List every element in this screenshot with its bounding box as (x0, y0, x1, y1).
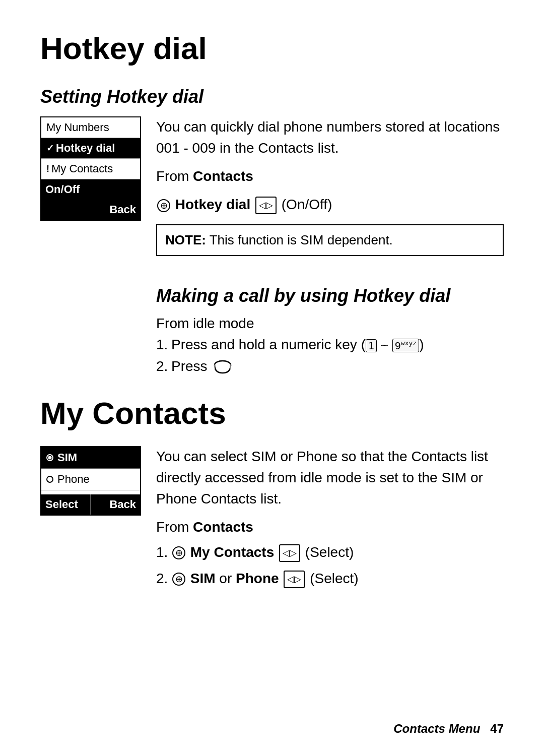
step-1: 1. Press and hold a numeric key (1 ~ 9wx… (156, 337, 504, 353)
making-call-section: Making a call by using Hotkey dial From … (40, 285, 504, 375)
my-contacts-text: You can select SIM or Phone so that the … (156, 446, 504, 594)
hotkey-softkeys: On/Off Back (41, 179, 140, 220)
send-key-icon (213, 360, 232, 375)
key-1-icon: 1 (366, 339, 377, 352)
menu-item-my-contacts: ! My Contacts (41, 159, 140, 179)
menu-icon-mc2: ⊕ (172, 573, 185, 586)
key-9-icon: 9wxyz (392, 339, 419, 352)
nav-icon-mc1: ◁▷ (279, 544, 300, 562)
nav-icon-hotkey: ◁▷ (255, 197, 277, 214)
making-call-steps: 1. Press and hold a numeric key (1 ~ 9wx… (156, 337, 504, 375)
hotkey-phone-mock: My Numbers ✓ Hotkey dial ! My Contacts O… (40, 116, 141, 221)
softkey-back-sim[interactable]: Back (91, 494, 140, 515)
note-label: NOTE: This function is SIM dependent. (165, 232, 393, 247)
making-call-heading: Making a call by using Hotkey dial (156, 285, 504, 306)
softkey-onoff[interactable]: On/Off (41, 179, 140, 200)
my-contacts-title: My Contacts (40, 395, 504, 431)
note-box: NOTE: This function is SIM dependent. (156, 224, 504, 256)
page-footer: Contacts Menu 47 (0, 722, 544, 736)
setting-hotkey-text: You can quickly dial phone numbers store… (156, 116, 504, 265)
setting-hotkey-section: Setting Hotkey dial My Numbers ✓ Hotkey … (40, 86, 504, 265)
sim-phone-mock: SIM Phone Select Back (40, 446, 141, 516)
checkmark-icon: ✓ (46, 143, 54, 154)
my-contacts-layout: SIM Phone Select Back You can select SIM… (40, 446, 504, 594)
from-contacts-label: From Contacts (156, 166, 504, 187)
sim-item: SIM (41, 447, 140, 469)
my-contacts-steps: 1. ⊕ My Contacts ◁▷ (Select) 2. ⊕ SIM or… (156, 542, 504, 589)
from-idle-label: From idle mode (156, 316, 504, 332)
radio-filled-icon (46, 454, 53, 461)
my-contacts-from-label: From Contacts (156, 517, 504, 538)
sim-softkeys: Select Back (41, 494, 140, 515)
menu-item-hotkey-dial: ✓ Hotkey dial (41, 138, 140, 159)
page-title: Hotkey dial (40, 30, 504, 66)
my-contacts-section: My Contacts SIM Phone Select (40, 395, 504, 594)
radio-empty-icon (46, 476, 53, 483)
hotkey-instruction: ⊕ Hotkey dial ◁▷ (On/Off) (156, 194, 504, 215)
setting-hotkey-intro: You can quickly dial phone numbers store… (156, 116, 504, 159)
page-number: 47 (490, 722, 504, 736)
phone-item: Phone (41, 469, 140, 490)
tilde-icon: ~ (381, 338, 388, 353)
svg-rect-1 (215, 365, 231, 370)
menu-icon-mc1: ⊕ (172, 546, 185, 559)
mc-step-2: 2. ⊕ SIM or Phone ◁▷ (Select) (156, 568, 504, 589)
exclamation-icon: ! (46, 164, 49, 174)
softkey-select[interactable]: Select (41, 494, 90, 515)
mc-step-1: 1. ⊕ My Contacts ◁▷ (Select) (156, 542, 504, 563)
spacer (41, 490, 140, 494)
setting-hotkey-heading: Setting Hotkey dial (40, 86, 504, 107)
setting-hotkey-layout: My Numbers ✓ Hotkey dial ! My Contacts O… (40, 116, 504, 265)
nav-icon-mc2: ◁▷ (284, 571, 305, 588)
footer-label: Contacts Menu (393, 722, 480, 736)
softkey-back-hotkey[interactable]: Back (41, 200, 140, 220)
my-contacts-intro: You can select SIM or Phone so that the … (156, 446, 504, 510)
menu-icon-hotkey: ⊕ (157, 199, 170, 212)
menu-item-my-numbers: My Numbers (41, 117, 140, 138)
step-2: 2. Press (156, 358, 504, 375)
